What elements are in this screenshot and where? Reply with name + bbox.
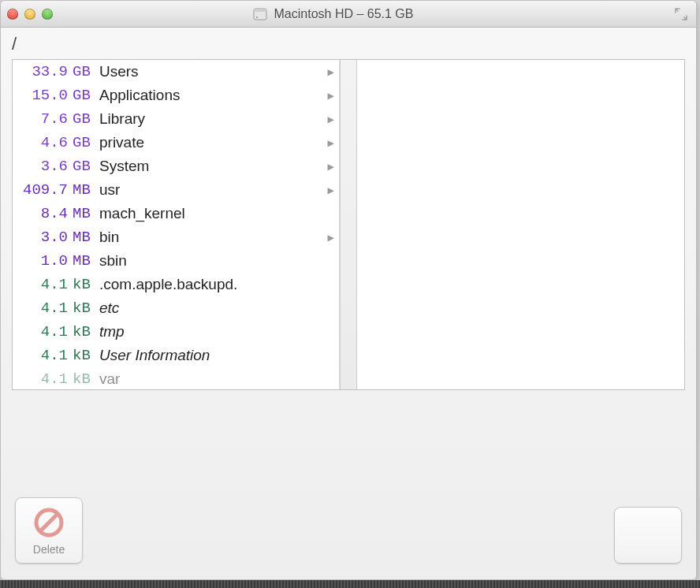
item-unit: kB [73, 323, 99, 341]
window-title-text: Macintosh HD – 65.1 GB [274, 7, 414, 21]
desktop-strip [0, 580, 700, 588]
svg-line-4 [40, 514, 58, 531]
list-item[interactable]: 4.1kBUser Information [13, 344, 339, 367]
item-name: User Information [99, 347, 322, 364]
item-name: Library [99, 110, 322, 128]
item-size: 4.1 [16, 276, 73, 293]
item-size: 409.7 [16, 181, 73, 199]
svg-rect-0 [254, 9, 266, 20]
list-item[interactable]: 409.7MBusr▶ [13, 178, 339, 202]
path-text: / [12, 34, 17, 54]
item-name: usr [99, 181, 322, 199]
close-button[interactable] [7, 9, 18, 20]
hard-drive-icon [252, 6, 268, 22]
item-unit: GB [73, 134, 99, 151]
list-item[interactable]: 3.6GBSystem▶ [13, 154, 339, 178]
item-size: 4.1 [16, 323, 73, 341]
traffic-lights [7, 9, 53, 20]
list-item[interactable]: 4.1kBvar [13, 367, 339, 389]
item-unit: kB [73, 276, 99, 293]
item-name: etc [99, 300, 322, 317]
item-size: 4.1 [16, 300, 73, 317]
zoom-button[interactable] [42, 9, 53, 20]
list-item[interactable]: 3.0MBbin▶ [13, 225, 339, 249]
item-unit: MB [73, 229, 99, 246]
item-unit: GB [73, 158, 99, 175]
chevron-right-icon: ▶ [322, 160, 334, 173]
item-unit: GB [73, 110, 99, 128]
fullscreen-icon[interactable] [674, 7, 688, 21]
item-size: 7.6 [16, 110, 73, 128]
item-unit: kB [73, 370, 99, 388]
item-unit: GB [73, 87, 99, 104]
item-size: 3.0 [16, 229, 73, 246]
column-divider[interactable] [340, 60, 357, 389]
list-item[interactable]: 4.1kBtmp [13, 320, 339, 344]
item-name: mach_kernel [99, 205, 322, 222]
window: Macintosh HD – 65.1 GB / 33.9GBUsers▶15.… [0, 0, 697, 580]
item-name: bin [99, 229, 322, 246]
chevron-right-icon: ▶ [322, 184, 334, 197]
chevron-right-icon: ▶ [322, 65, 334, 79]
delete-label: Delete [33, 543, 65, 556]
item-size: 8.4 [16, 205, 73, 222]
column-0[interactable]: 33.9GBUsers▶15.0GBApplications▶7.6GBLibr… [13, 60, 340, 389]
minimize-button[interactable] [24, 9, 35, 20]
item-name: private [99, 134, 322, 151]
delete-button[interactable]: Delete [15, 497, 83, 564]
svg-rect-1 [254, 9, 266, 12]
chevron-right-icon: ▶ [322, 136, 334, 150]
item-name: sbin [99, 252, 322, 270]
item-size: 4.1 [16, 347, 73, 364]
item-unit: GB [73, 63, 99, 80]
item-size: 33.9 [16, 63, 73, 80]
item-name: Users [99, 63, 322, 80]
columns-browser: 33.9GBUsers▶15.0GBApplications▶7.6GBLibr… [12, 59, 685, 390]
chevron-right-icon: ▶ [322, 113, 334, 126]
list-item[interactable]: 7.6GBLibrary▶ [13, 107, 339, 131]
list-item[interactable]: 4.1kBetc [13, 296, 339, 320]
chevron-right-icon: ▶ [322, 231, 334, 244]
item-name: .com.apple.backupd. [99, 276, 322, 293]
titlebar: Macintosh HD – 65.1 GB [1, 1, 696, 28]
window-title: Macintosh HD – 65.1 GB [1, 6, 665, 22]
column-1[interactable] [357, 60, 684, 389]
item-name: System [99, 158, 322, 175]
item-size: 4.1 [16, 370, 73, 388]
list-item[interactable]: 1.0MBsbin [13, 249, 339, 273]
item-unit: kB [73, 300, 99, 317]
chevron-right-icon: ▶ [322, 89, 334, 102]
path-bar[interactable]: / [12, 34, 685, 54]
item-name: var [99, 370, 322, 388]
item-unit: MB [73, 205, 99, 222]
item-unit: kB [73, 347, 99, 364]
item-name: Applications [99, 87, 322, 104]
empty-toolbar-slot[interactable] [614, 507, 682, 564]
item-size: 3.6 [16, 158, 73, 175]
svg-point-2 [256, 17, 258, 18]
list-item[interactable]: 33.9GBUsers▶ [13, 60, 339, 84]
item-size: 15.0 [16, 87, 73, 104]
item-size: 4.6 [16, 134, 73, 151]
item-name: tmp [99, 323, 322, 341]
item-unit: MB [73, 252, 99, 270]
item-unit: MB [73, 181, 99, 199]
list-item[interactable]: 8.4MBmach_kernel [13, 202, 339, 225]
list-item[interactable]: 4.1kB.com.apple.backupd. [13, 273, 339, 296]
bottom-toolbar: Delete [1, 486, 696, 579]
list-item[interactable]: 15.0GBApplications▶ [13, 84, 339, 107]
prohibited-icon [32, 505, 66, 540]
item-size: 1.0 [16, 252, 73, 270]
list-item[interactable]: 4.6GBprivate▶ [13, 131, 339, 154]
